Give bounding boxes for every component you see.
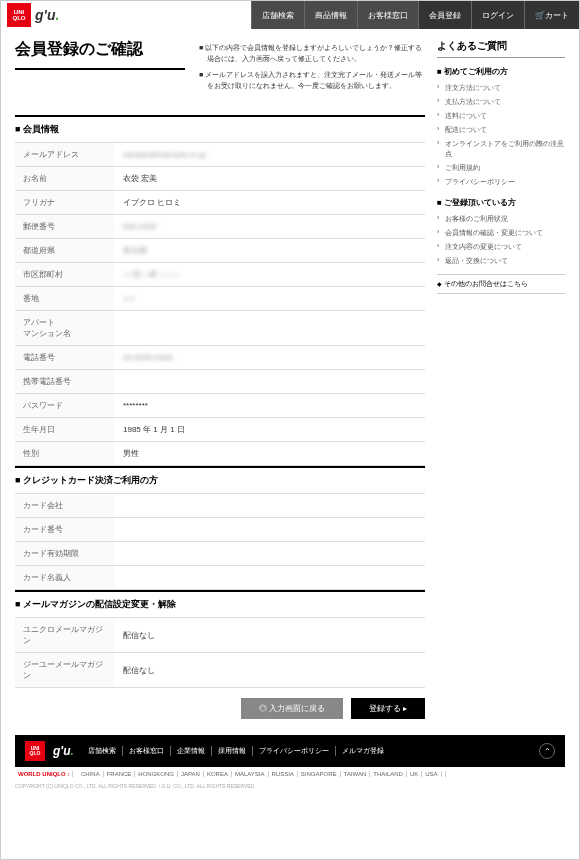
uniqlo-logo[interactable]: UNIQLO xyxy=(7,3,31,27)
back-button[interactable]: ◎ 入力画面に戻る xyxy=(241,698,343,719)
footer-uniqlo-logo[interactable]: UNIQLO xyxy=(25,741,45,761)
form-value: sample@example.co.jp xyxy=(115,143,425,167)
sidebar-subheading: ご登録頂いている方 xyxy=(437,197,565,208)
form-row: アパートマンション名 xyxy=(15,311,425,346)
country-link[interactable]: KOREA xyxy=(204,771,232,777)
form-row: ユニクロメールマガジン配信なし xyxy=(15,618,425,653)
form-label: カード番号 xyxy=(15,518,115,542)
footer-links: 店舗検索お客様窓口企業情報採用情報プライバシーポリシーメルマガ登録 xyxy=(82,746,390,756)
country-link[interactable]: RUSSIA xyxy=(269,771,298,777)
form-label: カード会社 xyxy=(15,494,115,518)
section-member-info: 会員情報 xyxy=(15,115,425,142)
header: UNIQLO g'u. 店舗検索 商品情報 お客様窓口 会員登録 ログイン 🛒 … xyxy=(1,1,579,29)
form-row: フリガナイブクロ ヒロミ xyxy=(15,191,425,215)
footer-link[interactable]: 店舗検索 xyxy=(82,746,123,756)
sidebar-link[interactable]: 注文内容の変更について xyxy=(437,240,565,254)
form-label: カード名義人 xyxy=(15,566,115,590)
footer-link[interactable]: 企業情報 xyxy=(171,746,212,756)
form-value: 男性 xyxy=(115,442,425,466)
form-row: パスワード******** xyxy=(15,394,425,418)
form-label: 郵便番号 xyxy=(15,215,115,239)
nav-products[interactable]: 商品情報 xyxy=(304,1,357,29)
footer-link[interactable]: プライバシーポリシー xyxy=(253,746,336,756)
notice-item: 以下の内容で会員情報を登録しますがよろしいでしょうか？修正する場合には、入力画面… xyxy=(199,43,425,64)
world-links: WORLD UNIQLO : CHINAFRANCEHONGKONGJAPANK… xyxy=(1,767,579,781)
form-label: カード有効期限 xyxy=(15,542,115,566)
country-link[interactable]: HONGKONG xyxy=(135,771,178,777)
nav-support[interactable]: お客様窓口 xyxy=(357,1,418,29)
sidebar-link[interactable]: ご利用規約 xyxy=(437,161,565,175)
sidebar-link[interactable]: お客様のご利用状況 xyxy=(437,212,565,226)
form-value xyxy=(115,566,425,590)
form-row: 郵便番号000-0000 xyxy=(15,215,425,239)
submit-button[interactable]: 登録する ▸ xyxy=(351,698,425,719)
form-label: ユニクロメールマガジン xyxy=(15,618,115,653)
sidebar-link[interactable]: 返品・交換について xyxy=(437,254,565,268)
footer-link[interactable]: 採用情報 xyxy=(212,746,253,756)
nav-cart[interactable]: 🛒 カート xyxy=(524,1,579,29)
country-link[interactable]: FRANCE xyxy=(104,771,136,777)
form-value: 00-0000-0000 xyxy=(115,346,425,370)
mailmag-table: ユニクロメールマガジン配信なしジーユーメールマガジン配信なし xyxy=(15,617,425,688)
page-title: 会員登録のご確認 xyxy=(15,39,185,70)
form-row: カード番号 xyxy=(15,518,425,542)
main-content: 会員登録のご確認 以下の内容で会員情報を登録しますがよろしいでしょうか？修正する… xyxy=(15,39,425,735)
sidebar-link[interactable]: 送料について xyxy=(437,109,565,123)
gu-logo[interactable]: g'u. xyxy=(35,7,59,23)
form-row: 携帯電話番号 xyxy=(15,370,425,394)
sidebar-subheading: 初めてご利用の方 xyxy=(437,66,565,77)
sidebar-link[interactable]: 支払方法について xyxy=(437,95,565,109)
form-value xyxy=(115,542,425,566)
form-row: 番地1-1 xyxy=(15,287,425,311)
nav-register[interactable]: 会員登録 xyxy=(418,1,471,29)
form-row: 性別男性 xyxy=(15,442,425,466)
faq-sidebar: よくあるご質問 初めてご利用の方注文方法について支払方法について送料について配送… xyxy=(437,39,565,735)
form-row: ジーユーメールマガジン配信なし xyxy=(15,653,425,688)
form-label: メールアドレス xyxy=(15,143,115,167)
country-link[interactable]: TAIWAN xyxy=(341,771,371,777)
form-label: ジーユーメールマガジン xyxy=(15,653,115,688)
country-link[interactable]: MALAYSIA xyxy=(232,771,269,777)
nav-stores[interactable]: 店舗検索 xyxy=(251,1,304,29)
sidebar-other-link[interactable]: その他のお問合せはこちら xyxy=(437,274,565,294)
country-link[interactable]: SINGAPORE xyxy=(298,771,341,777)
country-link[interactable]: USA xyxy=(422,771,441,777)
form-label: 携帯電話番号 xyxy=(15,370,115,394)
sidebar-list: お客様のご利用状況会員情報の確認・変更について注文内容の変更について返品・交換に… xyxy=(437,212,565,268)
footer-link[interactable]: お客様窓口 xyxy=(123,746,171,756)
form-value: ******** xyxy=(115,394,425,418)
footer-link[interactable]: メルマガ登録 xyxy=(336,746,390,756)
sidebar-link[interactable]: オンラインストアをご利用の際の注意点 xyxy=(437,137,565,161)
form-label: お名前 xyxy=(15,167,115,191)
top-nav: 店舗検索 商品情報 お客様窓口 会員登録 ログイン 🛒 カート xyxy=(251,1,579,29)
form-value: 1985 年 1 月 1 日 xyxy=(115,418,425,442)
sidebar-link[interactable]: 配送について xyxy=(437,123,565,137)
country-link[interactable]: THAILAND xyxy=(370,771,407,777)
form-value xyxy=(115,370,425,394)
scroll-top-button[interactable]: ⌃ xyxy=(539,743,555,759)
form-label: 生年月日 xyxy=(15,418,115,442)
form-value: ○○区○○町 ○-○-○ xyxy=(115,263,425,287)
sidebar-list: 注文方法について支払方法について送料について配送についてオンラインストアをご利用… xyxy=(437,81,565,189)
form-value: 1-1 xyxy=(115,287,425,311)
button-row: ◎ 入力画面に戻る 登録する ▸ xyxy=(15,688,425,735)
country-link[interactable]: JAPAN xyxy=(178,771,204,777)
form-value xyxy=(115,311,425,346)
form-row: カード会社 xyxy=(15,494,425,518)
form-row: カード名義人 xyxy=(15,566,425,590)
logo-area: UNIQLO g'u. xyxy=(1,1,59,29)
form-value: 東京都 xyxy=(115,239,425,263)
country-link[interactable]: CHINA xyxy=(78,771,104,777)
form-label: 電話番号 xyxy=(15,346,115,370)
footer-gu-logo[interactable]: g'u. xyxy=(53,744,74,758)
sidebar-link[interactable]: プライバシーポリシー xyxy=(437,175,565,189)
sidebar-link[interactable]: 注文方法について xyxy=(437,81,565,95)
country-link[interactable]: UK xyxy=(407,771,422,777)
form-row: 市区郡町村○○区○○町 ○-○-○ xyxy=(15,263,425,287)
form-label: 性別 xyxy=(15,442,115,466)
sidebar-link[interactable]: 会員情報の確認・変更について xyxy=(437,226,565,240)
form-row: カード有効期限 xyxy=(15,542,425,566)
form-row: メールアドレスsample@example.co.jp xyxy=(15,143,425,167)
form-label: パスワード xyxy=(15,394,115,418)
nav-login[interactable]: ログイン xyxy=(471,1,524,29)
